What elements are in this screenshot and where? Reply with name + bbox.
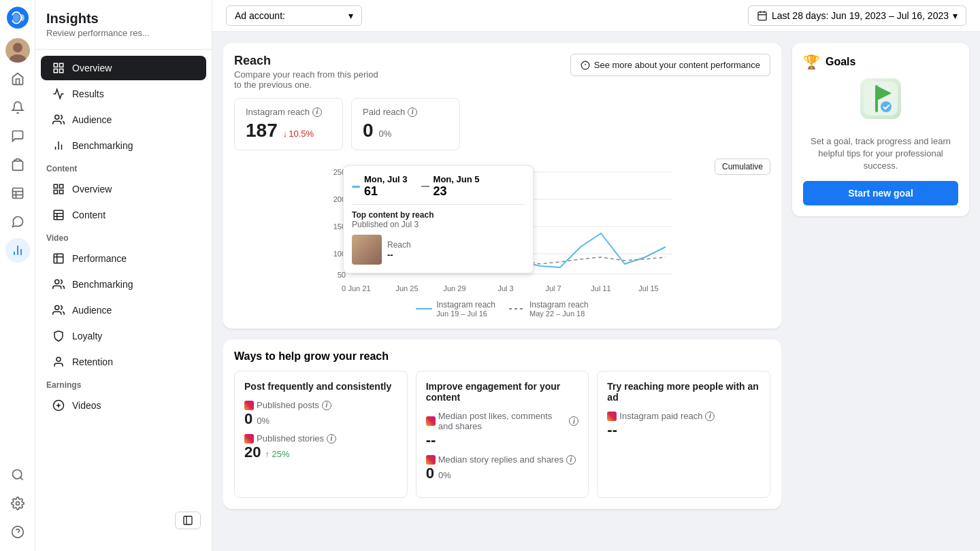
svg-text:Jun 21: Jun 21 (348, 284, 370, 293)
tooltip-thumbnail (352, 235, 382, 265)
median-post-value: -- (426, 431, 579, 449)
comment-icon[interactable] (5, 210, 30, 234)
grow-metric-published-posts: Published posts i 0 0% (244, 400, 397, 428)
instagram-reach-info-icon[interactable]: i (312, 107, 322, 117)
see-more-button[interactable]: See more about your content performance (570, 54, 770, 76)
sidebar-item-performance[interactable]: Performance (41, 246, 206, 271)
see-more-label: See more about your content performance (594, 60, 760, 70)
svg-rect-17 (54, 63, 57, 67)
grow-metric-median-story: Median story replies and shares i 0 0% (426, 454, 579, 482)
search-icon-sidebar[interactable] (5, 463, 30, 487)
svg-rect-26 (54, 210, 63, 220)
svg-rect-39 (184, 516, 192, 524)
settings-icon[interactable] (5, 491, 30, 516)
collapse-sidebar-button[interactable] (175, 512, 201, 529)
tooltip-date2: Mon, Jun 5 (434, 174, 480, 184)
main-panel: Reach Compare your reach from this perio… (223, 43, 781, 540)
date-chevron-icon: ▾ (953, 10, 958, 21)
grow-metric-published-stories: Published stories i 20 ↑ 25% (244, 433, 397, 461)
legend-item-2: Instagram reach May 22 – Jun 18 (509, 300, 589, 318)
sidebar: Insights Review performance res... Overv… (35, 0, 212, 551)
chart-icon[interactable] (5, 238, 30, 263)
goals-card: 🏆 Goals Set a goal, track progr (792, 43, 969, 216)
svg-rect-20 (60, 69, 63, 73)
instagram-reach-label: Instagram reach i (246, 107, 331, 117)
sidebar-item-overview-label: Overview (72, 63, 112, 73)
median-post-info-icon[interactable]: i (569, 416, 578, 426)
sidebar-item-content[interactable]: Content (41, 203, 206, 227)
median-story-value: 0 (426, 465, 434, 482)
sidebar-item-loyalty[interactable]: Loyalty (41, 324, 206, 348)
svg-text:Jul 15: Jul 15 (638, 284, 658, 293)
tooltip-image-row: Reach -- (352, 235, 525, 265)
svg-point-21 (55, 115, 59, 119)
legend-line-gray (509, 308, 525, 310)
reach-title-block: Reach Compare your reach from this perio… (234, 54, 384, 90)
published-stories-info-icon[interactable]: i (327, 434, 336, 444)
published-stories-label: Published stories i (244, 433, 397, 444)
ad-account-select[interactable]: Ad account: ▾ (226, 5, 362, 26)
sidebar-title: Insights (46, 11, 201, 27)
instagram-icon-4 (426, 455, 436, 465)
video-section-label: Video (35, 228, 212, 246)
svg-line-13 (20, 478, 22, 480)
sidebar-item-benchmarking[interactable]: Benchmarking (41, 133, 206, 158)
right-panel: 🏆 Goals Set a goal, track progr (792, 43, 969, 540)
published-posts-info-icon[interactable]: i (322, 401, 331, 410)
chart-tooltip: Mon, Jul 3 61 Mon, Jun 5 23 (343, 165, 534, 273)
help-icon[interactable] (5, 520, 30, 544)
grow-card-engagement: Improve engagement for your content Medi… (416, 371, 589, 498)
tooltip-reach-info: Reach -- (387, 240, 411, 260)
svg-text:Jul 3: Jul 3 (497, 284, 513, 293)
sidebar-item-results[interactable]: Results (41, 82, 206, 106)
sidebar-item-retention-label: Retention (72, 356, 113, 367)
instagram-icon-3 (426, 416, 436, 426)
start-goal-button[interactable]: Start new goal (803, 181, 958, 205)
instagram-paid-info-icon[interactable]: i (705, 412, 715, 421)
sidebar-item-performance-label: Performance (72, 253, 127, 264)
paid-reach-info-icon[interactable]: i (408, 107, 417, 117)
table-icon[interactable] (5, 181, 30, 205)
content-section-label: Content (35, 158, 212, 176)
grow-card-2-title: Improve engagement for your content (426, 381, 579, 403)
instagram-reach-metric: Instagram reach i 187 ↓ 10.5% (234, 98, 343, 150)
sidebar-item-benchmarking-label: Benchmarking (72, 140, 133, 151)
sidebar-item-video-benchmarking[interactable]: Benchmarking (41, 272, 206, 297)
published-posts-pct: 0% (257, 416, 270, 426)
sidebar-item-retention[interactable]: Retention (41, 350, 206, 374)
sidebar-item-audience[interactable]: Audience (41, 107, 206, 132)
svg-rect-22 (54, 184, 57, 188)
svg-text:Jul 7: Jul 7 (545, 284, 561, 293)
sidebar-item-content-label: Content (72, 210, 105, 220)
sidebar-item-video-audience[interactable]: Audience (41, 298, 206, 322)
svg-point-14 (16, 502, 19, 505)
grow-card-1-title: Post frequently and consistently (244, 381, 397, 392)
chat-icon[interactable] (5, 124, 30, 148)
svg-point-71 (881, 101, 892, 112)
grow-card-post-frequently: Post frequently and consistently Publish… (234, 371, 408, 498)
svg-rect-25 (60, 190, 63, 194)
video-benchmarking-icon (52, 278, 65, 291)
audience-icon (52, 113, 65, 127)
bell-icon[interactable] (5, 95, 30, 120)
icon-bar (0, 0, 35, 551)
date-range-selector[interactable]: Last 28 days: Jun 19, 2023 – Jul 16, 202… (748, 5, 966, 26)
clipboard-icon[interactable] (5, 152, 30, 177)
paid-reach-change: 0% (379, 129, 392, 139)
goals-trophy-icon: 🏆 (803, 54, 820, 70)
sidebar-item-content-overview[interactable]: Overview (41, 177, 206, 201)
content-overview-icon (52, 182, 65, 196)
retention-icon (52, 355, 65, 369)
svg-text:Jul 11: Jul 11 (591, 284, 610, 293)
sidebar-item-video-benchmarking-label: Benchmarking (72, 279, 133, 290)
instagram-reach-change: ↓ 10.5% (283, 129, 314, 139)
home-icon[interactable] (5, 67, 30, 91)
user-avatar[interactable] (5, 38, 30, 63)
sidebar-item-videos[interactable]: Videos (41, 393, 206, 418)
grow-metric-instagram-paid: Instagram paid reach i -- (607, 411, 760, 439)
svg-rect-69 (875, 85, 878, 112)
sidebar-item-overview[interactable]: Overview (41, 56, 206, 80)
legend-label-2: Instagram reach May 22 – Jun 18 (529, 300, 589, 318)
median-story-info-icon[interactable]: i (566, 455, 576, 465)
cumulative-button[interactable]: Cumulative (715, 158, 770, 175)
